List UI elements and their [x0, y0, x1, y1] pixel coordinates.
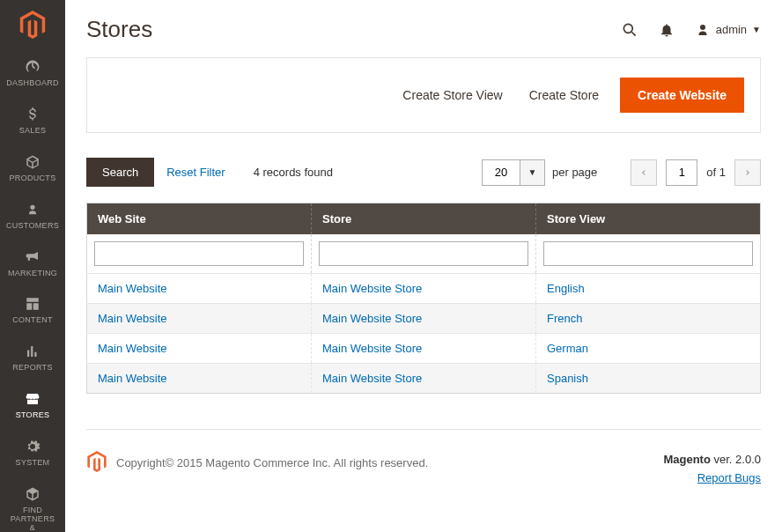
sidebar-item-products[interactable]: PRODUCTS [0, 144, 65, 192]
version-number: ver. 2.0.0 [711, 453, 761, 466]
sidebar-item-dashboard[interactable]: DASHBOARD [0, 49, 65, 97]
dollar-icon [24, 106, 41, 123]
search-icon[interactable] [621, 21, 638, 39]
create-website-button[interactable]: Create Website [620, 78, 744, 113]
store-link[interactable]: Main Website Store [322, 372, 422, 385]
per-page-input[interactable] [482, 159, 520, 186]
sidebar-item-marketing[interactable]: MARKETING [0, 240, 65, 287]
website-link[interactable]: Main Website [98, 312, 167, 325]
store-link[interactable]: Main Website Store [322, 282, 422, 295]
table-row: Main Website Main Website Store English [87, 274, 761, 304]
gear-icon [24, 438, 41, 455]
website-link[interactable]: Main Website [98, 282, 167, 295]
page-title: Stores [86, 16, 152, 43]
filter-website[interactable] [94, 241, 304, 266]
dashboard-icon [24, 58, 41, 76]
grid-toolbar: Search Reset Filter 4 records found ▼ pe… [86, 158, 761, 187]
reset-filter-link[interactable]: Reset Filter [166, 166, 225, 179]
storeview-link[interactable]: Spanish [547, 372, 588, 385]
bars-icon [24, 343, 41, 360]
page-prev-button[interactable] [631, 159, 657, 186]
page-of: of 1 [706, 166, 726, 179]
table-row: Main Website Main Website Store German [87, 334, 761, 364]
sidebar-item-find-partners[interactable]: FIND PARTNERS & EXTENSIONS [0, 477, 65, 532]
sidebar-item-customers[interactable]: CUSTOMERS [0, 192, 65, 240]
magento-logo-icon [18, 11, 47, 39]
person-icon [24, 201, 41, 218]
user-name: admin [716, 23, 747, 36]
svg-line-1 [631, 32, 635, 35]
report-bugs-link[interactable]: Report Bugs [697, 471, 761, 484]
copyright-text: Copyright© 2015 Magento Commerce Inc. Al… [116, 456, 428, 469]
bell-icon[interactable] [658, 21, 675, 39]
storeview-link[interactable]: French [547, 312, 582, 325]
website-link[interactable]: Main Website [98, 342, 167, 355]
logo[interactable] [0, 0, 65, 49]
svg-point-0 [623, 24, 632, 33]
sidebar-item-sales[interactable]: SALES [0, 97, 65, 144]
search-button[interactable]: Search [86, 158, 154, 187]
table-row: Main Website Main Website Store Spanish [87, 364, 761, 394]
sidebar-item-content[interactable]: CONTENT [0, 286, 65, 334]
store-link[interactable]: Main Website Store [322, 342, 422, 355]
package-icon [24, 485, 41, 503]
filter-store[interactable] [319, 241, 528, 266]
col-store[interactable]: Store [312, 203, 536, 235]
caret-down-icon: ▼ [752, 25, 761, 34]
storefront-icon [24, 390, 41, 408]
website-link[interactable]: Main Website [98, 372, 167, 385]
col-website[interactable]: Web Site [87, 203, 312, 235]
create-store-button[interactable]: Create Store [524, 78, 604, 113]
storeview-link[interactable]: German [547, 342, 588, 355]
create-store-view-button[interactable]: Create Store View [397, 78, 507, 113]
action-bar: Create Store View Create Store Create We… [86, 57, 761, 133]
topbar: Stores admin ▼ [86, 0, 761, 52]
col-storeview[interactable]: Store View [536, 203, 761, 235]
page-next-button[interactable] [734, 159, 761, 186]
sidebar-item-stores[interactable]: STORES [0, 381, 65, 429]
user-menu[interactable]: admin ▼ [695, 22, 761, 38]
cube-icon [24, 153, 41, 171]
filter-storeview[interactable] [543, 241, 753, 266]
sidebar: DASHBOARD SALES PRODUCTS CUSTOMERS MARKE… [0, 0, 65, 532]
footer: Copyright© 2015 Magento Commerce Inc. Al… [86, 429, 761, 488]
version-label: Magento [663, 453, 710, 466]
records-found: 4 records found [254, 166, 333, 179]
user-icon [695, 22, 711, 38]
per-page-dropdown[interactable]: ▼ [520, 159, 545, 186]
sidebar-item-system[interactable]: SYSTEM [0, 429, 65, 477]
layout-icon [24, 295, 41, 313]
store-link[interactable]: Main Website Store [322, 312, 422, 325]
table-row: Main Website Main Website Store French [87, 304, 761, 334]
bullhorn-icon [24, 248, 41, 266]
page-input[interactable] [666, 159, 697, 186]
storeview-link[interactable]: English [547, 282, 585, 295]
footer-logo-icon [86, 451, 107, 475]
sidebar-item-reports[interactable]: REPORTS [0, 334, 65, 381]
per-page-label: per page [552, 166, 597, 179]
stores-table: Web Site Store Store View Main Website M… [86, 203, 761, 394]
